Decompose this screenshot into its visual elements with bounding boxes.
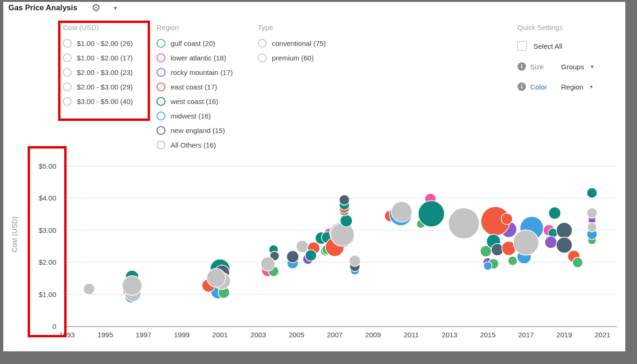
radio-icon[interactable] bbox=[258, 39, 267, 48]
region-filter-group: Region gulf coast (20) lower atlantic (1… bbox=[157, 23, 233, 152]
cost-filter-group: Cost (USD) $1.00 - $2.00 (26) $1.00 - $2… bbox=[63, 23, 133, 109]
radio-region-west-coast[interactable]: west coast (16) bbox=[157, 94, 233, 109]
chart-bubble[interactable] bbox=[122, 275, 142, 295]
y-tick-label: 0 bbox=[52, 322, 56, 330]
chart-bubble[interactable] bbox=[296, 240, 308, 253]
size-dropdown[interactable]: Groups bbox=[561, 63, 584, 71]
select-all-label: Select All bbox=[533, 42, 562, 50]
radio-cost-option-2[interactable]: $1.00 - $2.00 (17) bbox=[63, 51, 133, 65]
color-label: Color bbox=[530, 83, 561, 91]
select-all-checkbox[interactable] bbox=[517, 41, 527, 51]
radio-icon[interactable] bbox=[63, 39, 72, 48]
radio-icon[interactable] bbox=[157, 53, 165, 62]
chart-bubble[interactable] bbox=[83, 283, 95, 295]
radio-cost-option-5[interactable]: $3.00 - $5.00 (40) bbox=[63, 94, 133, 109]
x-tick-label: 2003 bbox=[250, 331, 266, 339]
radio-icon[interactable] bbox=[157, 111, 165, 120]
radio-region-all-others[interactable]: All Others (16) bbox=[157, 138, 233, 152]
y-tick-label: $1.00 bbox=[38, 290, 56, 298]
radio-icon[interactable] bbox=[63, 97, 72, 106]
chart-bubble[interactable] bbox=[331, 223, 354, 246]
radio-icon[interactable] bbox=[157, 126, 165, 135]
chart-bubble[interactable] bbox=[587, 188, 597, 198]
radio-icon[interactable] bbox=[157, 82, 165, 91]
chevron-down-icon[interactable]: ▼ bbox=[113, 5, 118, 11]
title-bar: Gas Price Analysis ⚙ ▼ bbox=[8, 3, 118, 13]
option-label: rocky mountain (17) bbox=[171, 68, 233, 76]
chart-bubble[interactable] bbox=[418, 201, 444, 227]
radio-cost-option-1[interactable]: $1.00 - $2.00 (26) bbox=[63, 36, 133, 51]
x-tick-label: 2005 bbox=[289, 331, 304, 339]
option-label: $2.00 - $3.00 (23) bbox=[77, 68, 133, 76]
chart-bubble[interactable] bbox=[484, 262, 492, 270]
x-tick-label: 2007 bbox=[327, 331, 343, 339]
gear-icon[interactable]: ⚙ bbox=[91, 3, 101, 13]
size-label: Size bbox=[530, 63, 561, 71]
radio-icon[interactable] bbox=[63, 68, 72, 77]
radio-icon[interactable] bbox=[157, 141, 165, 149]
chart-bubble[interactable] bbox=[545, 236, 557, 248]
radio-icon[interactable] bbox=[63, 53, 72, 62]
info-icon[interactable]: i bbox=[517, 82, 526, 91]
color-setting-row: i Color Region ▼ bbox=[517, 82, 594, 91]
chart-bubble[interactable] bbox=[349, 255, 360, 267]
chart-bubble[interactable] bbox=[548, 207, 561, 219]
radio-icon[interactable] bbox=[258, 53, 267, 62]
radio-icon[interactable] bbox=[157, 39, 165, 48]
chart-bubble[interactable] bbox=[286, 251, 299, 263]
radio-cost-option-4[interactable]: $2.00 - $3.00 (29) bbox=[63, 80, 133, 94]
chart-bubble[interactable] bbox=[501, 213, 512, 224]
chevron-down-icon[interactable]: ▼ bbox=[589, 84, 594, 89]
chart-bubble[interactable] bbox=[508, 256, 517, 266]
cost-filter-heading: Cost (USD) bbox=[63, 23, 133, 31]
y-tick-label: $2.00 bbox=[38, 258, 56, 266]
option-label: premium (60) bbox=[272, 54, 314, 62]
region-filter-heading: Region bbox=[157, 23, 233, 31]
chart-bubble[interactable] bbox=[207, 268, 225, 287]
chart-bubble[interactable] bbox=[513, 230, 539, 255]
radio-type-conventional[interactable]: conventional (75) bbox=[258, 36, 326, 51]
x-tick-label: 1997 bbox=[136, 331, 151, 339]
radio-region-gulf-coast[interactable]: gulf coast (20) bbox=[157, 36, 233, 51]
radio-region-midwest[interactable]: midwest (16) bbox=[157, 109, 233, 123]
chart-bubble[interactable] bbox=[587, 223, 597, 232]
page-title: Gas Price Analysis bbox=[8, 4, 77, 12]
radio-type-premium[interactable]: premium (60) bbox=[258, 51, 326, 65]
option-label: $1.00 - $2.00 (17) bbox=[77, 54, 133, 62]
x-tick-label: 2019 bbox=[556, 331, 572, 339]
radio-icon[interactable] bbox=[157, 97, 165, 106]
y-axis-title: Cost (USD) bbox=[10, 216, 18, 253]
radio-icon[interactable] bbox=[157, 68, 165, 77]
chart-bubble[interactable] bbox=[261, 257, 275, 271]
option-label: lower atlantic (18) bbox=[171, 54, 226, 62]
color-dropdown[interactable]: Region bbox=[561, 83, 584, 91]
radio-region-lower-atlantic[interactable]: lower atlantic (18) bbox=[157, 51, 233, 65]
radio-region-rocky-mountain[interactable]: rocky mountain (17) bbox=[157, 65, 233, 80]
chart-bubble[interactable] bbox=[556, 223, 572, 238]
chevron-down-icon[interactable]: ▼ bbox=[590, 64, 594, 69]
chart-bubble[interactable] bbox=[556, 237, 572, 253]
x-tick-label: 2017 bbox=[518, 331, 534, 339]
y-tick-label: $3.00 bbox=[38, 226, 56, 234]
x-tick-label: 2015 bbox=[480, 331, 495, 339]
info-icon[interactable]: i bbox=[517, 62, 526, 71]
quick-settings-panel: Quick Settings Select All i Size Groups … bbox=[517, 23, 594, 91]
x-tick-label: 1995 bbox=[97, 331, 113, 339]
chart-bubble[interactable] bbox=[305, 250, 316, 261]
radio-region-new-england[interactable]: new england (15) bbox=[157, 123, 233, 138]
y-tick-label: $4.00 bbox=[38, 194, 56, 202]
chart-bubble[interactable] bbox=[587, 208, 597, 218]
chart-bubble[interactable] bbox=[391, 201, 412, 222]
chart-bubble[interactable] bbox=[340, 215, 352, 227]
option-label: All Others (16) bbox=[171, 141, 216, 149]
option-label: new england (15) bbox=[171, 126, 225, 134]
radio-cost-option-3[interactable]: $2.00 - $3.00 (23) bbox=[63, 65, 133, 80]
radio-region-east-coast[interactable]: east coast (17) bbox=[157, 80, 233, 94]
x-tick-label: 2013 bbox=[442, 331, 457, 339]
chart-bubble[interactable] bbox=[339, 195, 350, 205]
quick-settings-heading: Quick Settings bbox=[517, 23, 594, 31]
x-tick-label: 2021 bbox=[595, 331, 610, 339]
radio-icon[interactable] bbox=[63, 82, 72, 91]
chart-bubble[interactable] bbox=[572, 257, 583, 267]
chart-bubble[interactable] bbox=[449, 208, 480, 239]
